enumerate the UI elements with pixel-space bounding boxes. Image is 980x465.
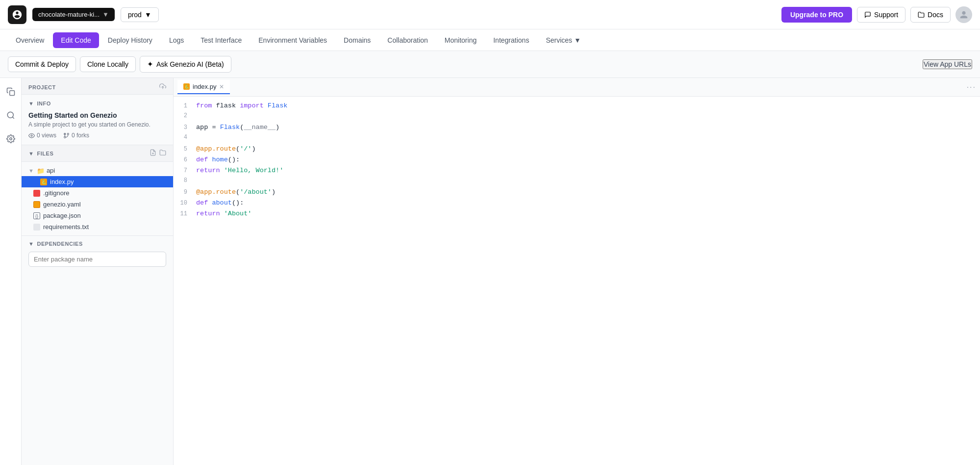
nav-tabs: Overview Edit Code Deploy History Logs T… (0, 29, 980, 51)
forks-meta: 0 forks (63, 132, 89, 139)
project-selector[interactable]: chocolate-mature-ki... ▼ (32, 8, 115, 21)
logo-icon (12, 9, 23, 20)
svg-point-5 (31, 134, 32, 136)
code-line: 4 (174, 133, 980, 144)
code-line: 10 def about(): (174, 198, 980, 208)
svg-point-1 (7, 112, 13, 118)
header: chocolate-mature-ki... ▼ prod ▼ Upgrade … (0, 0, 980, 29)
file-tree: ▼ 📁 api 🐍 index.py .gitignore genez (22, 162, 173, 235)
info-meta: 0 views 0 forks (28, 132, 166, 139)
commit-deploy-button[interactable]: Commit & Deploy (8, 56, 76, 72)
project-panel-header: PROJECT (22, 78, 173, 95)
editor-tab-file-icon: 🐍 (183, 83, 190, 90)
docs-button[interactable]: Docs (910, 7, 951, 23)
code-line: 6 def home(): (174, 155, 980, 165)
avatar[interactable] (955, 6, 972, 23)
file-index-py[interactable]: 🐍 index.py (22, 176, 173, 187)
views-count: 0 views (37, 132, 56, 139)
tab-monitoring[interactable]: Monitoring (437, 32, 484, 48)
tab-test-interface[interactable]: Test Interface (193, 32, 250, 48)
services-dropdown-arrow: ▼ (574, 36, 581, 44)
tab-overview[interactable]: Overview (8, 32, 52, 48)
files-toggle[interactable]: ▼ FILES (22, 145, 173, 162)
code-line: 3 app = Flask(__name__) (174, 122, 980, 133)
new-folder-icon[interactable] (159, 149, 166, 157)
info-toggle[interactable]: ▼ INFO (28, 101, 166, 106)
ask-ai-label: Ask Genezio AI (Beta) (156, 60, 224, 68)
line-content: @app.route('/') (196, 144, 980, 155)
tab-domains[interactable]: Domains (336, 32, 378, 48)
line-number: 3 (174, 123, 196, 132)
clone-locally-button[interactable]: Clone Locally (80, 56, 136, 72)
editor-area: 🐍 index.py ✕ ··· 1 from flask import Fla… (174, 78, 980, 465)
line-number: 1 (174, 102, 196, 111)
tab-edit-code[interactable]: Edit Code (53, 32, 99, 48)
new-file-icon[interactable] (150, 149, 156, 157)
svg-point-8 (64, 136, 66, 138)
panel-header-icons (159, 83, 166, 91)
file-package-json[interactable]: {} package.json (22, 210, 173, 221)
files-actions (150, 149, 166, 157)
sidebar-settings-icon[interactable] (3, 131, 19, 147)
ask-ai-button[interactable]: ✦ Ask Genezio AI (Beta) (140, 56, 231, 73)
logo[interactable] (8, 5, 26, 24)
file-requirements-txt[interactable]: requirements.txt (22, 221, 173, 232)
sidebar-copy-icon[interactable] (3, 84, 19, 100)
upgrade-button[interactable]: Upgrade to PRO (781, 7, 852, 23)
deps-label: DEPENDENCIES (37, 241, 82, 247)
tab-collaboration[interactable]: Collaboration (379, 32, 436, 48)
svg-point-7 (67, 133, 69, 134)
files-label: FILES (37, 151, 53, 156)
support-button[interactable]: Support (857, 7, 905, 23)
folder-api[interactable]: ▼ 📁 api (22, 165, 173, 176)
line-content: return 'Hello, World!' (196, 165, 980, 176)
tab-environment-variables[interactable]: Environment Variables (251, 32, 335, 48)
line-number: 9 (174, 188, 196, 197)
line-content: app = Flask(__name__) (196, 122, 980, 133)
chat-icon (864, 11, 871, 18)
py-file-icon: 🐍 (40, 179, 47, 185)
eye-icon (28, 132, 35, 139)
sidebar-icons (0, 78, 22, 465)
env-selector[interactable]: prod ▼ (121, 7, 159, 22)
line-content: def about(): (196, 198, 980, 208)
file-gitignore[interactable]: .gitignore (22, 187, 173, 199)
dependencies-toggle[interactable]: ▼ DEPENDENCIES (28, 241, 166, 247)
sidebar-search-icon[interactable] (3, 107, 19, 123)
tab-integrations[interactable]: Integrations (485, 32, 537, 48)
code-line: 5 @app.route('/') (174, 144, 980, 155)
file-panel: PROJECT ▼ INFO Getting Started on Genezi… (22, 78, 174, 465)
docs-icon (918, 11, 925, 18)
yaml-file-icon (33, 201, 40, 208)
dependencies-section: ▼ DEPENDENCIES (22, 236, 173, 272)
tab-close-button[interactable]: ✕ (219, 83, 224, 90)
code-line: 9 @app.route('/about') (174, 187, 980, 198)
editor-more-button[interactable]: ··· (967, 83, 976, 92)
files-toggle-left: ▼ FILES (28, 151, 53, 156)
tab-logs[interactable]: Logs (161, 32, 192, 48)
info-label: INFO (37, 101, 50, 106)
header-left: chocolate-mature-ki... ▼ prod ▼ (8, 5, 159, 24)
line-number: 11 (174, 209, 196, 219)
line-number: 5 (174, 145, 196, 154)
code-line: 7 return 'Hello, World!' (174, 165, 980, 176)
upload-icon[interactable] (159, 83, 166, 91)
info-collapse-arrow: ▼ (28, 101, 34, 106)
tab-services[interactable]: Services ▼ (538, 32, 589, 48)
line-number: 2 (174, 111, 196, 121)
files-collapse-arrow: ▼ (28, 151, 34, 156)
view-urls-button[interactable]: View App URLs (923, 59, 972, 69)
folder-icon: 📁 (37, 167, 44, 174)
package-name-input[interactable] (28, 252, 166, 267)
ai-sun-icon: ✦ (147, 60, 153, 69)
info-section: ▼ INFO Getting Started on Genezio A simp… (22, 95, 173, 145)
tab-deploy-history[interactable]: Deploy History (100, 32, 160, 48)
file-genezio-yaml[interactable]: genezio.yaml (22, 199, 173, 210)
info-description: A simple project to get you started on G… (28, 121, 166, 128)
line-content: @app.route('/about') (196, 187, 980, 198)
file-name-genezio-yaml: genezio.yaml (43, 201, 81, 208)
line-number: 7 (174, 166, 196, 176)
editor-tab-index-py[interactable]: 🐍 index.py ✕ (177, 80, 230, 94)
env-name: prod (128, 11, 142, 19)
project-name: chocolate-mature-ki... (38, 11, 100, 18)
